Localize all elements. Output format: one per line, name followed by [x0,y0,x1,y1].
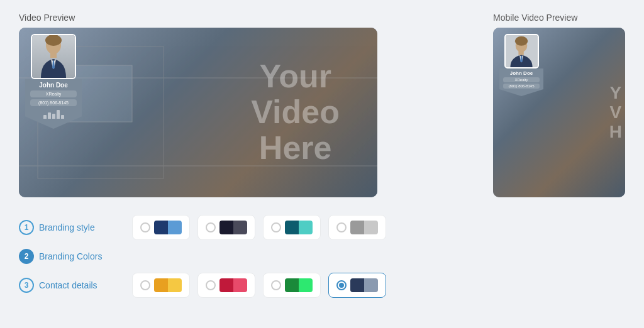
main-video-section: Video Preview YourVideoHere [19,13,377,197]
swatch-1-2 [219,221,247,234]
color-option-1-3[interactable] [263,215,321,240]
agent-card-main: John Doe XRealty (801) 806-8145 [25,34,82,129]
swatch-1-3-light [299,221,313,234]
mobile-preview-label: Mobile Video Preview [493,13,577,23]
agent-photo-main [31,34,76,79]
previews-row: Video Preview YourVideoHere [19,13,625,197]
swatch-1-2-dark [219,221,233,234]
radio-1-2[interactable] [206,222,216,232]
step-circle-2: 2 [19,249,34,264]
color-option-2-3[interactable] [263,273,321,298]
step-row-1: 1 Branding style [19,215,625,240]
swatch-1-3-dark [285,221,299,234]
radio-1-4[interactable] [336,222,347,232]
radio-2-3[interactable] [271,280,281,290]
radio-2-2[interactable] [206,280,216,290]
swatch-1-1-light [168,221,182,234]
agent-photo-mobile [504,34,539,68]
step-label-3[interactable]: Contact details [39,280,97,290]
color-option-1-1[interactable] [132,215,190,240]
step-label-1[interactable]: Branding style [39,222,95,232]
main-video-preview: YourVideoHere [19,28,377,197]
color-option-2-4[interactable] [328,273,386,298]
steps-section: 1 Branding style [19,215,625,298]
step-row-3: 3 Contact details [19,273,625,298]
svg-rect-7 [50,53,57,58]
step-number-2: 2 [25,252,29,261]
agent-company-main: XRealty [30,90,77,97]
step-circle-3: 3 [19,278,34,293]
agent-phone-main: (801) 806-8145 [30,99,77,106]
agent-card-mobile: John Doe XRealty (801) 806-8145 [499,34,543,96]
step-number-3: 3 [25,281,29,290]
swatch-2-1-dark [154,278,168,292]
swatch-1-4-dark [350,221,364,234]
step-number-1: 1 [25,223,29,232]
color-option-2-2[interactable] [197,273,255,298]
color-option-2-1[interactable] [132,273,190,298]
radio-2-4[interactable] [336,280,347,290]
swatch-1-1 [154,221,182,234]
swatch-1-4 [350,221,378,234]
step-row-2: 2 Branding Colors [19,249,625,264]
swatch-2-4-light [364,278,378,292]
color-option-1-2[interactable] [197,215,255,240]
step-label-2[interactable]: Branding Colors [39,251,102,261]
agent-phone-mobile: (801) 806-8145 [503,84,540,89]
agent-name-mobile: John Doe [503,70,540,76]
color-options-row2 [132,273,625,298]
step-indicator-3: 3 Contact details [19,278,119,293]
agent-card-body-mobile: John Doe XRealty (801) 806-8145 [499,68,543,96]
swatch-2-2-dark [219,278,233,292]
swatch-2-4 [350,278,378,292]
color-option-1-4[interactable] [328,215,386,240]
mobile-video-section: Mobile Video Preview YVH [493,13,625,197]
swatch-2-4-dark [350,278,364,292]
swatch-2-3 [285,278,313,292]
agent-chart-main [30,109,77,119]
svg-point-10 [514,36,527,46]
radio-2-1[interactable] [140,280,150,290]
step-indicator-1: 1 Branding style [19,220,119,235]
swatch-2-3-light [299,278,313,292]
agent-company-mobile: XRealty [503,77,540,82]
mobile-video-preview: YVH J [493,28,625,197]
main-preview-label: Video Preview [19,13,75,23]
swatch-2-3-dark [285,278,299,292]
color-options-row1 [132,215,625,240]
radio-1-3[interactable] [271,222,281,232]
agent-name-main: John Doe [30,82,77,89]
agent-card-body-main: John Doe XRealty (801) 806-8145 [25,79,82,129]
swatch-1-3 [285,221,313,234]
preview-spacer [390,13,480,197]
agent-avatar-mobile-svg [506,35,538,67]
radio-1-1[interactable] [140,222,150,232]
agent-avatar-svg [35,35,72,78]
swatch-2-2 [219,278,247,292]
step-indicator-2: 2 Branding Colors [19,249,119,264]
swatch-1-2-light [233,221,247,234]
svg-rect-11 [518,51,523,55]
swatch-2-2-light [233,278,247,292]
swatch-1-1-dark [154,221,168,234]
swatch-1-4-light [364,221,378,234]
step-circle-1: 1 [19,220,34,235]
swatch-2-1-light [168,278,182,292]
main-container: Video Preview YourVideoHere [0,0,644,328]
swatch-2-1 [154,278,182,292]
